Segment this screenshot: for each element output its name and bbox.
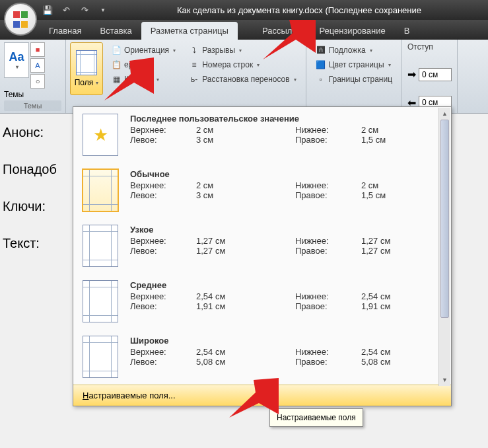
margin-thumb: [83, 225, 118, 267]
margins-button[interactable]: Поля▾: [70, 42, 103, 95]
scroll-down-icon[interactable]: ▼: [439, 374, 450, 386]
qat-dropdown-icon[interactable]: ▼: [95, 2, 111, 18]
margins-icon: [76, 50, 97, 75]
margin-name: Широкое: [130, 336, 442, 346]
scroll-thumb[interactable]: [440, 120, 449, 318]
margin-info: Обычное Верхнее:2 смНижнее:2 см Левое:3 …: [130, 169, 442, 211]
themes-group: Aa▾ ■ A ○ Темы Темы: [0, 40, 66, 113]
hyphenation-button[interactable]: ь‑Расстановка переносов▾: [186, 73, 299, 86]
margin-preset-item[interactable]: Узкое Верхнее:1,27 смНижнее:1,27 см Лево…: [73, 218, 451, 274]
annotation-arrow-1: [256, 20, 322, 66]
margins-dropdown: ★ Последнее пользовательское значение Ве…: [73, 106, 452, 406]
themes-button[interactable]: Aa▾: [4, 42, 29, 78]
scroll-up-icon[interactable]: ▲: [439, 108, 450, 120]
undo-icon[interactable]: ↶: [58, 2, 74, 18]
margin-info: Широкое Верхнее:2,54 смНижнее:2,54 см Ле…: [130, 336, 442, 378]
hyphenation-icon: ь‑: [189, 74, 199, 85]
margin-info: Последнее пользовательское значение Верх…: [130, 114, 442, 156]
title-bar: 💾 ↶ ↷ ▼ Как сделать из документа книгу.d…: [0, 0, 488, 20]
tab-home[interactable]: Главная: [40, 22, 90, 40]
annotation-arrow-3: [226, 378, 285, 424]
orientation-icon: 📄: [111, 45, 122, 56]
tab-view[interactable]: В: [395, 22, 419, 40]
save-icon[interactable]: 💾: [40, 2, 55, 18]
margin-name: Обычное: [130, 169, 442, 179]
svg-marker-1: [104, 57, 154, 100]
tab-page-layout[interactable]: Разметка страницы: [141, 22, 238, 40]
margin-name: Узкое: [130, 225, 442, 235]
page-borders-button[interactable]: ▫Границы страниц: [313, 73, 395, 86]
orientation-button[interactable]: 📄Ориентация▾: [108, 44, 178, 57]
margin-thumb: [83, 169, 118, 211]
theme-colors-button[interactable]: ■: [30, 42, 45, 57]
margin-name: Последнее пользовательское значение: [130, 114, 442, 124]
margin-name: Среднее: [130, 280, 442, 290]
page-color-button[interactable]: 🟦Цвет страницы▾: [313, 58, 395, 71]
margin-thumb-star: ★: [83, 114, 118, 156]
margin-preset-item[interactable]: Среднее Верхнее:2,54 смНижнее:2,54 см Ле…: [73, 274, 451, 329]
indent-left-input[interactable]: [419, 68, 452, 81]
svg-marker-0: [263, 20, 316, 59]
theme-effects-button[interactable]: ○: [30, 74, 45, 89]
margin-info: Узкое Верхнее:1,27 смНижнее:1,27 см Лево…: [130, 225, 442, 267]
dropdown-scrollbar[interactable]: ▲ ▼: [438, 108, 450, 386]
margin-thumb: [83, 336, 118, 378]
line-numbers-icon: ≡: [189, 59, 199, 70]
indent-label: Отступ: [407, 42, 452, 52]
watermark-button[interactable]: 🅰Подложка▾: [313, 44, 395, 57]
margin-info: Среднее Верхнее:2,54 смНижнее:2,54 см Ле…: [130, 280, 442, 322]
office-button[interactable]: [4, 3, 37, 36]
margin-thumb: [83, 280, 118, 322]
breaks-icon: ⤵: [189, 45, 199, 56]
redo-icon[interactable]: ↷: [77, 2, 92, 18]
theme-fonts-button[interactable]: A: [30, 58, 45, 73]
margin-preset-item[interactable]: Широкое Верхнее:2,54 смНижнее:2,54 см Ле…: [73, 329, 451, 385]
margin-preset-item[interactable]: Обычное Верхнее:2 смНижнее:2 см Левое:3 …: [73, 163, 451, 218]
indent-group: Отступ ➡ ⬅: [402, 40, 458, 113]
ribbon: Aa▾ ■ A ○ Темы Темы Поля▾ 📄Ориентация▾ 📋…: [0, 40, 488, 114]
tab-insert[interactable]: Вставка: [90, 22, 141, 40]
document-body: Анонс: Понадоб Ключи: Текст:: [3, 114, 57, 262]
page-borders-icon: ▫: [316, 74, 326, 85]
indent-left-icon: ➡: [407, 68, 416, 81]
themes-label: Темы: [4, 89, 61, 100]
margin-preset-item[interactable]: ★ Последнее пользовательское значение Ве…: [73, 107, 451, 163]
tab-review[interactable]: Рецензирование: [310, 22, 394, 40]
ribbon-tabs: Главная Вставка Разметка страницы и Расс…: [0, 20, 488, 40]
quick-access-toolbar: 💾 ↶ ↷ ▼: [40, 2, 111, 18]
themes-group-label: Темы: [4, 100, 61, 111]
annotation-arrow-2: [104, 57, 157, 104]
window-title: Как сделать из документа книгу.docx (Пос…: [177, 5, 421, 15]
svg-marker-2: [229, 378, 279, 418]
